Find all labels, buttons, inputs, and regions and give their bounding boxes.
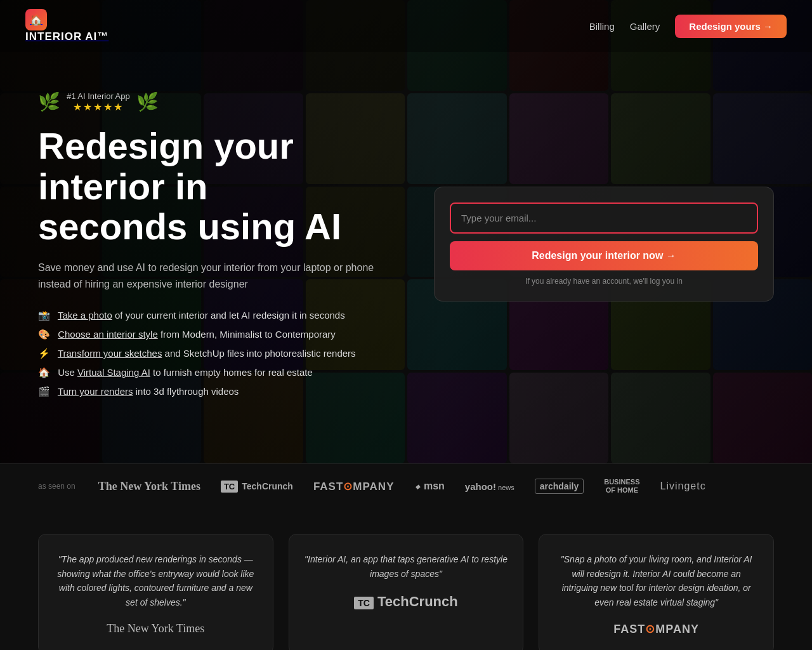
hero-left: 🌿 #1 AI Interior App ★★★★★ 🌿 Redesign yo… <box>38 91 396 398</box>
testimonial-logo-nyt: The New York Times <box>107 622 204 635</box>
feature-sketches-link[interactable]: Transform your sketches <box>58 348 162 359</box>
bolt-emoji: ⚡ <box>38 348 50 359</box>
award-stars: ★★★★★ <box>67 101 130 113</box>
hero-heading: Redesign your interior in seconds using … <box>38 126 396 247</box>
feature-photo: 📸 Take a photo of your current interior … <box>38 310 396 321</box>
testimonial-logo-2: TCTechCrunch <box>304 594 508 610</box>
nav-logo-icon: 🏠 <box>25 9 47 30</box>
email-input[interactable] <box>450 202 758 234</box>
hero-subtext: Save money and use AI to redesign your i… <box>38 260 396 292</box>
laurel-right-icon: 🌿 <box>136 91 159 112</box>
feature-video-link[interactable]: Turn your renders <box>58 386 133 397</box>
award-text: #1 AI Interior App ★★★★★ <box>67 91 130 113</box>
hero-section: 🌿 #1 AI Interior App ★★★★★ 🌿 Redesign yo… <box>0 0 812 463</box>
nav-link-gallery[interactable]: Gallery <box>630 21 660 32</box>
testimonials-section: "The app produced new renderings in seco… <box>0 508 812 650</box>
hero-features: 📸 Take a photo of your current interior … <box>38 310 396 397</box>
award-title: #1 AI Interior App <box>67 91 130 101</box>
press-logo-tc: TC TechCrunch <box>221 481 293 493</box>
nav-logo-text: INTERIOR AI™ <box>25 30 108 43</box>
press-bar: as seen on The New York Times TC TechCru… <box>0 463 812 508</box>
nav-cta-button[interactable]: Redesign yours → <box>675 15 787 38</box>
video-emoji: 🎬 <box>38 386 50 397</box>
testimonial-text-3: "Snap a photo of your living room, and I… <box>554 552 758 609</box>
testimonial-text-1: "The app produced new renderings in seco… <box>54 552 258 609</box>
nav-logo[interactable]: 🏠 INTERIOR AI™ <box>25 9 108 43</box>
email-form-card: Redesign your interior now → If you alre… <box>434 187 774 302</box>
feature-style: 🎨 Choose an interior style from Modern, … <box>38 329 396 340</box>
palette-emoji: 🎨 <box>38 329 50 340</box>
press-logo-livingetc: Livingetc <box>660 481 705 492</box>
press-logo-boh: BUSINESSOF HOME <box>604 478 639 494</box>
feature-staging: 🏠 Use Virtual Staging AI to furnish empt… <box>38 367 396 378</box>
award-badge: 🌿 #1 AI Interior App ★★★★★ 🌿 <box>38 91 159 113</box>
testimonial-logo-3: FAST⊙MPANY <box>554 622 758 636</box>
feature-photo-link[interactable]: Take a photo <box>58 310 112 321</box>
feature-style-link[interactable]: Choose an interior style <box>58 329 158 340</box>
submit-button[interactable]: Redesign your interior now → <box>450 241 758 270</box>
testimonial-logo-tc: TCTechCrunch <box>354 594 457 609</box>
nav-links: Billing Gallery Redesign yours → <box>589 15 787 38</box>
press-logo-yahoo: yahoo! news <box>465 481 514 492</box>
press-logo-nyt: The New York Times <box>98 480 200 493</box>
feature-sketches: ⚡ Transform your sketches and SketchUp f… <box>38 348 396 359</box>
testimonial-card-1: "The app produced new renderings in seco… <box>38 534 273 650</box>
feature-staging-link[interactable]: Virtual Staging AI <box>77 367 150 378</box>
nav-link-billing[interactable]: Billing <box>589 21 615 32</box>
press-logo-msn: ⬥ msn <box>414 481 444 492</box>
testimonial-text-2: "Interior AI, an app that taps generativ… <box>304 552 508 581</box>
feature-video: 🎬 Turn your renders into 3d flythrough v… <box>38 386 396 397</box>
testimonial-card-3: "Snap a photo of your living room, and I… <box>539 534 774 650</box>
press-label: as seen on <box>38 482 75 491</box>
house-emoji: 🏠 <box>38 367 50 378</box>
press-logo-archdaily: archdaily <box>535 479 584 494</box>
testimonial-card-2: "Interior AI, an app that taps generativ… <box>289 534 524 650</box>
press-logos: The New York Times TC TechCrunch FAST⊙MP… <box>98 478 706 494</box>
testimonial-logo-fastcompany: FAST⊙MPANY <box>613 623 699 635</box>
laurel-left-icon: 🌿 <box>38 91 60 112</box>
testimonial-logo-1: The New York Times <box>54 622 258 635</box>
camera-emoji: 📸 <box>38 310 50 321</box>
hero-content: 🌿 #1 AI Interior App ★★★★★ 🌿 Redesign yo… <box>0 28 812 436</box>
navbar: 🏠 INTERIOR AI™ Billing Gallery Redesign … <box>0 0 812 52</box>
form-note: If you already have an account, we'll lo… <box>450 277 758 286</box>
press-logo-fastcompany: FAST⊙MPANY <box>313 480 395 493</box>
